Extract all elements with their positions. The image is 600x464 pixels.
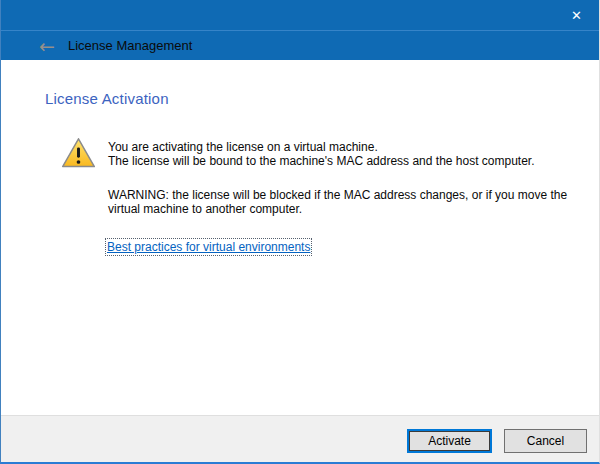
page-title: License Activation [45, 90, 169, 107]
message-warning-paragraph: WARNING: the license will be blocked if … [108, 188, 583, 216]
best-practices-link[interactable]: Best practices for virtual environments [107, 240, 310, 254]
license-dialog-window: ✕ ← License Management License Activatio… [0, 0, 600, 464]
close-button[interactable]: ✕ [554, 0, 599, 30]
back-arrow-icon: ← [39, 37, 55, 56]
titlebar: ✕ [1, 0, 599, 30]
activate-button[interactable]: Activate [409, 431, 490, 451]
back-button[interactable]: ← [33, 34, 61, 58]
warning-icon [60, 136, 97, 171]
cancel-button[interactable]: Cancel [504, 429, 587, 453]
message-paragraph-1: You are activating the license on a virt… [108, 140, 583, 168]
header-bar: ← License Management [1, 30, 599, 60]
header-title: License Management [68, 31, 192, 60]
close-icon: ✕ [571, 9, 582, 22]
